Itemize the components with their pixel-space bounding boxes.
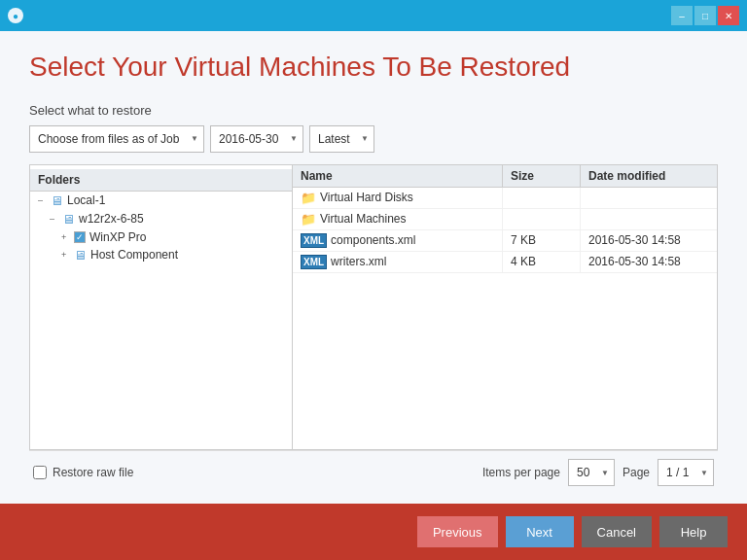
folder-icon-vhd: 📁 <box>301 191 316 205</box>
file-size-components: 7 KB <box>503 230 581 251</box>
files-panel: Name Size Date modified 📁 Virtual Hard D… <box>293 165 717 449</box>
previous-button[interactable]: Previous <box>417 516 498 547</box>
filter-row: Choose from files as of Job 2016-05-30 L… <box>29 125 718 153</box>
page-select[interactable]: 1 / 1 <box>658 459 714 486</box>
file-row-vhd[interactable]: 📁 Virtual Hard Disks <box>293 188 717 209</box>
file-date-writers: 2016-05-30 14:58 <box>581 252 717 272</box>
tree-item-local1[interactable]: – 🖥 Local-1 <box>30 192 292 210</box>
app-icon: ● <box>8 8 23 23</box>
tree-item-winxp[interactable]: + WinXP Pro <box>30 228 292 246</box>
page-label: Page <box>622 466 650 479</box>
page-title: Select Your Virtual Machines To Be Resto… <box>29 51 718 84</box>
xml-icon-writers: XML <box>301 255 327 269</box>
files-header: Name Size Date modified <box>293 165 717 188</box>
file-row-writers[interactable]: XML writers.xml 4 KB 2016-05-30 14:58 <box>293 252 717 273</box>
close-button[interactable]: ✕ <box>718 6 739 25</box>
section-label: Select what to restore <box>29 103 718 118</box>
file-row-components[interactable]: XML components.xml 7 KB 2016-05-30 14:58 <box>293 230 717 252</box>
tree-label-hostcomp: Host Component <box>90 248 178 262</box>
server-icon: 🖥 <box>62 212 75 227</box>
file-row-vm[interactable]: 📁 Virtual Machines <box>293 209 717 230</box>
folder-icon-vm: 📁 <box>301 212 316 227</box>
main-content: Select Your Virtual Machines To Be Resto… <box>0 31 747 504</box>
help-button[interactable]: Help <box>659 516 728 547</box>
restore-raw-checkbox[interactable] <box>33 466 47 479</box>
file-name-writers: XML writers.xml <box>293 252 503 272</box>
title-bar: ● – □ ✕ <box>0 0 747 31</box>
next-button[interactable]: Next <box>506 516 574 547</box>
restore-raw-group: Restore raw file <box>33 466 133 479</box>
title-bar-left: ● <box>8 8 23 23</box>
tree-item-w12r2x[interactable]: – 🖥 w12r2x-6-85 <box>30 210 292 228</box>
folders-header: Folders <box>30 169 292 192</box>
server-icon-hostcomp: 🖥 <box>74 248 87 262</box>
file-name-components: XML components.xml <box>293 230 503 251</box>
expand-icon-local1: – <box>38 195 48 205</box>
bottom-bar: Restore raw file Items per page 50 Page … <box>29 450 718 494</box>
xml-icon-components: XML <box>301 233 327 248</box>
expand-icon-w12r2x: – <box>50 214 59 224</box>
computer-icon: 🖥 <box>51 193 63 208</box>
file-name-vm: 📁 Virtual Machines <box>293 209 503 229</box>
pagination: Items per page 50 Page 1 / 1 <box>482 459 714 486</box>
restore-raw-label: Restore raw file <box>53 466 133 479</box>
file-date-vhd <box>581 188 717 208</box>
title-bar-controls: – □ ✕ <box>671 6 739 25</box>
tree-item-hostcomp[interactable]: + 🖥 Host Component <box>30 246 292 264</box>
file-size-vm <box>503 209 581 229</box>
minimize-button[interactable]: – <box>671 6 693 25</box>
page-select-wrapper: 1 / 1 <box>658 459 714 486</box>
col-header-size: Size <box>503 165 581 187</box>
tree-label-w12r2x: w12r2x-6-85 <box>79 212 144 226</box>
items-per-page-label: Items per page <box>482 466 560 479</box>
file-date-components: 2016-05-30 14:58 <box>581 230 717 251</box>
date-select[interactable]: 2016-05-30 <box>210 125 303 153</box>
cancel-button[interactable]: Cancel <box>582 516 652 547</box>
checked-icon-winxp <box>74 231 86 243</box>
col-header-name: Name <box>293 165 503 187</box>
items-per-page-select-wrapper: 50 <box>568 459 615 486</box>
job-select-wrapper: Choose from files as of Job <box>29 125 204 153</box>
file-size-vhd <box>503 188 581 208</box>
expand-icon-hostcomp: + <box>61 250 71 260</box>
version-select-wrapper: Latest <box>309 125 374 153</box>
maximize-button[interactable]: □ <box>694 6 716 25</box>
col-header-date: Date modified <box>581 165 717 187</box>
job-select[interactable]: Choose from files as of Job <box>29 125 204 153</box>
date-select-wrapper: 2016-05-30 <box>210 125 303 153</box>
footer: Previous Next Cancel Help <box>0 504 747 560</box>
file-date-vm <box>581 209 717 229</box>
file-name-vhd: 📁 Virtual Hard Disks <box>293 188 503 208</box>
items-per-page-select[interactable]: 50 <box>568 459 615 486</box>
file-size-writers: 4 KB <box>503 252 581 272</box>
tree-label-local1: Local-1 <box>67 193 105 207</box>
expand-icon-winxp: + <box>61 232 71 242</box>
tree-label-winxp: WinXP Pro <box>89 230 146 244</box>
main-window: ● – □ ✕ Select Your Virtual Machines To … <box>0 0 747 560</box>
file-browser: Folders – 🖥 Local-1 – 🖥 w12r2x-6-85 + Wi… <box>29 164 718 450</box>
version-select[interactable]: Latest <box>309 125 374 153</box>
folders-panel: Folders – 🖥 Local-1 – 🖥 w12r2x-6-85 + Wi… <box>30 165 293 449</box>
